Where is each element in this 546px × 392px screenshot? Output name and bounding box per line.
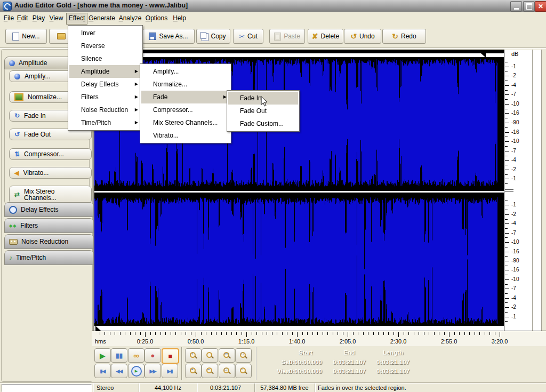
timeline-unit-label: hms — [95, 338, 106, 345]
zoom-selection-button[interactable]: □ — [219, 364, 235, 378]
menu-item-mix-stereo-channels[interactable]: Mix Stereo Channels... — [141, 116, 230, 129]
menubar-item-edit[interactable]: Edit — [15, 13, 30, 23]
zoom-in-button[interactable]: + — [185, 348, 202, 363]
menubar-item-play[interactable]: Play — [31, 13, 46, 23]
zoom-h-out-button[interactable]: − — [202, 364, 218, 378]
sidebar-button-mix-stereo-channels[interactable]: ⇄Mix Stereo Channels... — [9, 186, 92, 204]
sidebar-group-noise-reduction[interactable]: Noise Reduction — [4, 234, 94, 249]
waveform-channel-right[interactable] — [94, 196, 505, 326]
menubar-item-options[interactable]: Options — [144, 13, 168, 23]
zoom-all-button[interactable]: ▫ — [235, 364, 252, 378]
horizontal-position-bar[interactable] — [94, 53, 505, 57]
timeline-tick — [130, 332, 131, 335]
timeline-tick — [378, 332, 379, 335]
loop-button[interactable]: ∞ — [128, 348, 144, 363]
timeline-tick — [140, 332, 141, 335]
fast-forward-button[interactable]: ▶▶ — [144, 364, 161, 378]
menubar-item-generate[interactable]: Generate — [88, 13, 116, 23]
save-as-button[interactable]: Save As... — [142, 29, 195, 44]
restore-button[interactable] — [523, 1, 535, 12]
record-button[interactable]: ● — [144, 348, 161, 363]
status-message: Fades in over the selected region. — [318, 384, 406, 391]
menu-item-amplify[interactable]: Amplify... — [141, 65, 230, 78]
db-tick — [505, 242, 509, 243]
timeline-tick — [277, 332, 277, 335]
sidebar-group-time-pitch[interactable]: ♪Time/Pitch — [4, 250, 94, 265]
timeline-tick — [343, 332, 343, 335]
menubar-item-analyze[interactable]: Analyze — [118, 13, 142, 23]
menu-item-amplitude[interactable]: Amplitude▶ — [69, 65, 141, 78]
bottom-position-bar[interactable] — [94, 326, 505, 331]
timeline-tick — [125, 332, 125, 335]
timeline-tick — [489, 332, 490, 335]
new-button[interactable]: New... — [5, 29, 47, 44]
menu-item-normalize[interactable]: Normalize... — [141, 78, 230, 91]
stop-button[interactable]: ■ — [162, 348, 179, 364]
redo-button[interactable]: ↻Redo — [382, 29, 426, 44]
timeline-tick — [398, 332, 399, 337]
new-button-label: New... — [22, 33, 39, 40]
timeline-tick — [256, 332, 257, 335]
minimize-icon — [514, 8, 519, 10]
menu-item-label: Amplitude — [81, 68, 109, 75]
undo-button[interactable]: ↺Undo — [344, 29, 381, 44]
zoom-window-button[interactable]: □ — [235, 348, 252, 363]
zoom-h-in-button[interactable]: + — [185, 364, 202, 378]
db-tick — [505, 151, 509, 151]
minimize-button[interactable] — [510, 1, 522, 12]
menu-item-compressor[interactable]: Compressor... — [141, 103, 230, 116]
play-circle-icon: ▶ — [131, 366, 142, 377]
db-ruler: dB -1-2-4-7-10-16-90-16-10-7-4-2-1-1-2-4… — [504, 50, 533, 331]
cut-button-label: Cut — [247, 33, 258, 40]
copy-button[interactable]: Copy — [196, 29, 230, 44]
db-tick-label-right: -7 — [511, 286, 525, 291]
cut-button[interactable]: ✂Cut — [233, 29, 263, 44]
menu-item-time-pitch[interactable]: Time/Pitch▶ — [69, 116, 141, 129]
db-tick — [505, 127, 508, 128]
position-marker-left[interactable] — [95, 326, 101, 331]
timeline-tick — [373, 332, 374, 335]
db-tick — [505, 279, 509, 280]
sidebar-button-vibrato[interactable]: ◀Vibrato... — [9, 167, 92, 179]
play-circle-button[interactable]: ▶ — [128, 364, 144, 378]
delete-button[interactable]: ✘Delete — [308, 29, 343, 44]
timeline-tick — [408, 332, 409, 335]
menu-item-filters[interactable]: Filters▶ — [69, 91, 141, 103]
db-tick — [505, 261, 509, 261]
timeline-tick — [282, 332, 283, 335]
skip-start-button[interactable]: ▮◀ — [94, 364, 111, 378]
menu-item-delay-effects[interactable]: Delay Effects▶ — [69, 78, 141, 91]
menubar-item-effect[interactable]: Effect — [66, 13, 87, 25]
close-button[interactable]: ✕ — [535, 1, 546, 12]
menu-item-noise-reduction[interactable]: Noise Reduction▶ — [69, 103, 141, 116]
menu-item-inver[interactable]: Inver — [69, 27, 141, 39]
menubar-item-view[interactable]: View — [48, 13, 65, 23]
rewind-button[interactable]: ◀◀ — [111, 364, 127, 378]
timeline-tick — [297, 332, 298, 337]
menu-item-fade-custom[interactable]: Fade Custom... — [228, 117, 298, 130]
vertical-scrollbar-track[interactable] — [532, 50, 542, 331]
timeline-tick — [155, 332, 156, 335]
play-button[interactable]: ▶ — [94, 348, 111, 363]
menu-item-silence[interactable]: Silence — [69, 52, 141, 65]
menu-item-reverse[interactable]: Reverse — [69, 39, 141, 52]
menubar-item-help[interactable]: Help — [171, 13, 188, 23]
menu-item-label: Normalize... — [153, 81, 187, 88]
timeline-tick — [469, 332, 470, 335]
skip-start-icon: ▮◀ — [100, 368, 106, 374]
db-tick-label-right: -1 — [511, 202, 525, 207]
skip-end-button[interactable]: ▶▮ — [162, 364, 178, 378]
menu-item-vibrato[interactable]: Vibrato... — [141, 129, 230, 142]
sidebar-button-compressor[interactable]: ⇅Compressor... — [9, 148, 92, 160]
zoom-vertical-button[interactable]: ▭ — [219, 348, 235, 363]
timeline-label: 3:20.0 — [488, 338, 511, 345]
submenu-arrow-icon: ▶ — [135, 103, 138, 116]
sidebar-group-filters[interactable]: ◆◆Filters — [4, 218, 94, 233]
sidebar-group-delay-effects[interactable]: Delay Effects — [4, 202, 94, 217]
zoom-out-button[interactable] — [202, 348, 218, 363]
menu-item-label: Reverse — [81, 42, 105, 50]
menu-item-fade[interactable]: Fade▶ — [141, 91, 230, 103]
pause-button[interactable]: ▮▮ — [111, 348, 127, 363]
menubar-item-file[interactable]: File — [2, 13, 16, 23]
timeline-ruler[interactable]: hms 0:25.00:50.01:15.01:40.02:05.02:30.0… — [92, 331, 546, 347]
